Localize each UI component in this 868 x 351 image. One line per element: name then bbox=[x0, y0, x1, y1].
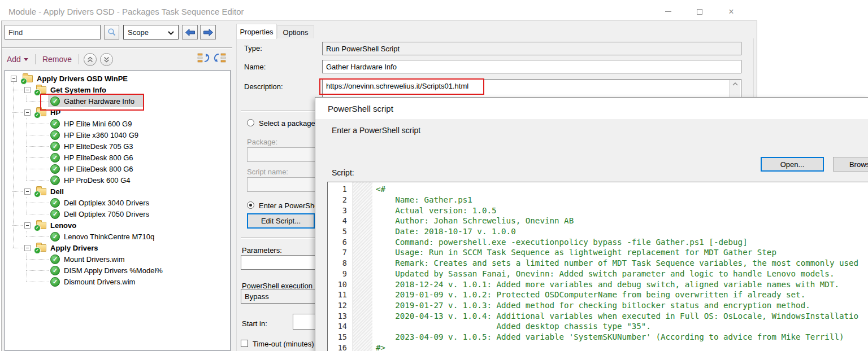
tree-item[interactable]: ✓ Dell Optiplex 7050 Drivers bbox=[5, 208, 230, 220]
success-check-icon: ✓ bbox=[50, 266, 60, 275]
find-previous-button[interactable] bbox=[182, 25, 198, 40]
tree-item[interactable]: ✓ HP Elite Mini 600 G9 bbox=[5, 118, 230, 129]
script-line: 10 2018-12-24 v. 1.0.1: Added more varia… bbox=[328, 279, 868, 289]
maximize-button[interactable] bbox=[684, 2, 715, 21]
browse-button[interactable]: Browse... bbox=[833, 157, 868, 172]
expand-list-icon[interactable] bbox=[214, 52, 226, 64]
line-number: 14 bbox=[328, 322, 353, 331]
line-number: 3 bbox=[328, 206, 353, 215]
tree-item[interactable]: ✓ Mount Drivers.wim bbox=[5, 253, 230, 265]
tree-item[interactable]: ✓ Gather Hardware Info bbox=[5, 95, 230, 107]
script-line: 16 #> bbox=[328, 342, 868, 351]
tab-options[interactable]: Options bbox=[277, 25, 314, 39]
dialog-titlebar: PowerShell script bbox=[315, 98, 868, 119]
script-line: 7 Usage: Run in SCCM Task Sequence as li… bbox=[328, 247, 868, 258]
line-number: 12 bbox=[328, 301, 353, 310]
tree-item[interactable]: ✓ DISM Apply Drivers %Model% bbox=[5, 265, 230, 276]
collapse-list-icon[interactable] bbox=[197, 52, 210, 64]
window-controls: × bbox=[652, 2, 747, 21]
select-package-radio[interactable] bbox=[247, 119, 254, 126]
success-check-icon: ✓ bbox=[50, 153, 60, 163]
search-icon bbox=[107, 28, 116, 37]
toolbar-separator bbox=[2, 47, 232, 49]
collapse-icon[interactable] bbox=[24, 222, 31, 229]
enter-script-radio[interactable] bbox=[247, 201, 254, 209]
line-code: Remark: Creates and sets a limited numbe… bbox=[376, 258, 858, 267]
script-line: 5 Date: 2018-10-17 v. 1.0.0 bbox=[328, 226, 868, 237]
move-down-button[interactable] bbox=[100, 53, 113, 66]
timeout-label: Time-out (minutes) bbox=[253, 340, 314, 348]
double-chevron-up-icon bbox=[87, 56, 93, 63]
tree-item-label: Dismount Drivers.wim bbox=[64, 278, 135, 286]
timeout-checkbox[interactable] bbox=[241, 340, 248, 347]
tree-item[interactable]: Apply Drivers OSD WinPE bbox=[5, 73, 230, 84]
tree-item[interactable]: ✓ HP EliteDesk 800 G6 bbox=[5, 163, 230, 174]
find-next-button[interactable] bbox=[200, 25, 216, 40]
folder-icon bbox=[36, 222, 46, 229]
search-button[interactable] bbox=[104, 25, 119, 40]
tree-item-label: DISM Apply Drivers %Model% bbox=[64, 266, 163, 275]
close-button[interactable]: × bbox=[715, 2, 747, 21]
tree-item-label: HP ProDesk 600 G4 bbox=[64, 176, 131, 185]
line-number: 9 bbox=[328, 269, 353, 278]
collapse-icon[interactable] bbox=[24, 109, 31, 116]
script-line: 15 2023-04-09 v. 1.0.5: Added variable '… bbox=[328, 332, 868, 343]
line-code: Updated by Sassan Fanai, Onevinn: Added … bbox=[376, 269, 834, 278]
script-line: 1 <# bbox=[328, 184, 868, 195]
add-button[interactable]: Add bbox=[5, 55, 31, 64]
success-check-icon: ✓ bbox=[50, 142, 60, 151]
scope-dropdown[interactable]: Scope bbox=[123, 25, 179, 40]
tree-item[interactable]: Dell bbox=[5, 186, 230, 197]
folder-icon bbox=[36, 188, 46, 195]
line-number: 10 bbox=[328, 280, 353, 289]
tree-toolbar: Add Remove bbox=[5, 51, 231, 68]
line-code: 2020-04-13 v. 1.0.4: Additional variable… bbox=[376, 311, 858, 321]
arrow-left-icon bbox=[185, 28, 196, 37]
line-code: Added desktop chassis type "35". bbox=[376, 322, 651, 331]
tree-item[interactable]: Apply Drivers bbox=[5, 242, 230, 253]
description-field[interactable]: https://onevinn.schrewelius.it/Scripts01… bbox=[322, 79, 741, 98]
type-label: Type: bbox=[244, 44, 262, 52]
description-label: Description: bbox=[244, 82, 283, 91]
edit-script-button[interactable]: Edit Script... bbox=[247, 213, 315, 229]
tree-item[interactable]: ✓ Dismount Drivers.wim bbox=[5, 276, 230, 287]
close-icon: × bbox=[728, 7, 734, 16]
script-editor[interactable]: 1 <# 2 Name: Gather.ps1 3 Actual version… bbox=[327, 182, 868, 351]
name-field[interactable]: Gather Hardware Info bbox=[322, 60, 741, 73]
tree-item[interactable]: ✓ Lenovo ThinkCentre M710q bbox=[5, 231, 230, 242]
script-line: 4 Author: Johan Schrewelius, Onevinn AB bbox=[328, 216, 868, 226]
success-check-icon: ✓ bbox=[50, 209, 60, 219]
tree-item[interactable]: Get System Info bbox=[5, 84, 230, 95]
tree-item[interactable]: ✓ HP EliteDesk 800 G6 bbox=[5, 152, 230, 163]
tree-item[interactable]: ✓ HP EliteDesk 705 G3 bbox=[5, 141, 230, 152]
tree-item-label: Dell bbox=[50, 187, 64, 196]
tree-item[interactable]: Lenovo bbox=[5, 220, 230, 231]
move-up-button[interactable] bbox=[84, 53, 97, 66]
tab-properties[interactable]: Properties bbox=[236, 24, 277, 39]
collapse-icon[interactable] bbox=[24, 87, 31, 93]
line-number: 1 bbox=[328, 185, 353, 194]
window-titlebar: Module - Apply Drivers OSD - Packages Ta… bbox=[1, 2, 757, 21]
task-sequence-tree: Apply Drivers OSD WinPE Get System Info … bbox=[5, 70, 231, 351]
remove-button[interactable]: Remove bbox=[40, 55, 74, 64]
script-line: 14 Added desktop chassis type "35". bbox=[328, 321, 868, 332]
tree-item[interactable]: ✓ HP ProDesk 600 G4 bbox=[5, 174, 230, 186]
line-code: 2019-01-09 v. 1.0.2: Protected OSDComput… bbox=[376, 290, 805, 299]
description-scrollbar[interactable] bbox=[729, 80, 740, 97]
collapse-icon[interactable] bbox=[24, 188, 31, 195]
line-number: 4 bbox=[328, 216, 353, 225]
chevron-down-icon bbox=[168, 27, 178, 37]
line-code: Date: 2018-10-17 v. 1.0.0 bbox=[376, 227, 516, 236]
add-dropdown-caret-icon bbox=[24, 58, 28, 61]
tree-item[interactable]: HP bbox=[5, 107, 230, 118]
tree-item[interactable]: ✓ HP Elite x360 1040 G9 bbox=[5, 129, 230, 141]
collapse-icon[interactable] bbox=[24, 245, 31, 251]
minimize-button[interactable] bbox=[652, 2, 684, 21]
tree-item[interactable]: ✓ Dell Optiplex 3040 Drivers bbox=[5, 197, 230, 208]
collapse-icon[interactable] bbox=[11, 76, 17, 82]
tree-item-label: Lenovo bbox=[50, 221, 76, 230]
powershell-script-dialog: PowerShell script Enter a PowerShell scr… bbox=[315, 97, 868, 351]
find-input[interactable] bbox=[5, 28, 108, 37]
dialog-subtitle: Enter a PowerShell script bbox=[332, 126, 420, 135]
open-button[interactable]: Open... bbox=[761, 157, 824, 172]
